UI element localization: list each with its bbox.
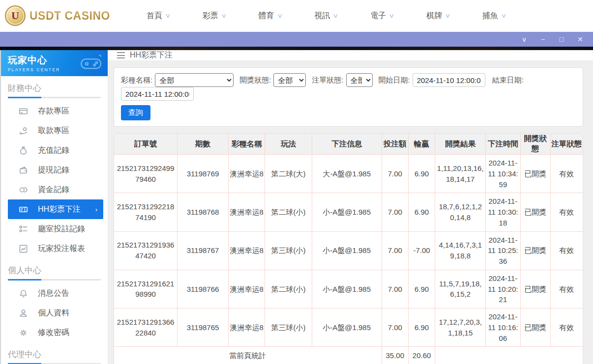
chevron-down-icon[interactable]: ∨ — [520, 36, 528, 43]
column-header: 投注額 — [382, 134, 408, 155]
sidebar: 玩家中心 PLAYERS CENTER 財務中心存款專區取款專區充值記錄提現記錄… — [0, 50, 108, 364]
table-cell: 小-A盤@1.985 — [312, 231, 382, 270]
bets-table-panel: 訂單號期數彩種名稱玩法下注信息投注額輸贏開獎結果下注時間開獎狀態注單狀態 215… — [114, 133, 583, 364]
start-date-input[interactable] — [413, 73, 485, 87]
summary-bet-total: 35.00 — [382, 347, 408, 364]
column-header: 玩法 — [265, 134, 312, 155]
lottery-name-select[interactable]: 全部 — [155, 73, 234, 87]
nav-item-4[interactable]: 視訊∨ — [314, 11, 338, 21]
table-cell: 有效 — [550, 155, 583, 193]
breadcrumb: HH彩票下注 — [108, 50, 593, 61]
funds-coins-icon — [19, 185, 28, 195]
table-cell: 7.00 — [382, 308, 408, 347]
table-cell: 有效 — [550, 308, 583, 347]
sidebar-item-label: 消息公告 — [38, 288, 69, 299]
background-strip — [0, 47, 593, 50]
sidebar-item-label: 取款專區 — [38, 126, 69, 136]
bets-table: 訂單號期數彩種名稱玩法下注信息投注額輸贏開獎結果下注時間開獎狀態注單狀態 215… — [114, 134, 583, 364]
column-header: 訂單號 — [114, 134, 178, 155]
table-cell: 2024-11-11 10:16:06 — [486, 308, 521, 347]
sidebar-item-gear[interactable]: 修改密碼 — [8, 323, 103, 342]
search-button[interactable]: 查詢 — [121, 105, 150, 120]
table-cell: 澳洲幸运8 — [229, 193, 265, 231]
bell-icon — [19, 289, 28, 298]
order-status-label: 注單狀態: — [312, 76, 343, 85]
gear-icon — [19, 328, 28, 337]
page-title: HH彩票下注 — [130, 50, 173, 60]
sidebar-item-hall-record-list[interactable]: 廳室投註記錄 — [8, 219, 103, 239]
column-header: 輸贏 — [408, 134, 435, 155]
filter-panel: 彩種名稱: 全部 開獎狀態: 全部 注單狀態: 全部 開始日期: 結束日期: 查… — [114, 67, 583, 127]
table-cell: 已開獎 — [520, 270, 550, 308]
table-cell: 澳洲幸运8 — [229, 270, 265, 308]
column-header: 下注信息 — [312, 134, 382, 155]
chevron-down-icon: ∨ — [165, 12, 171, 19]
table-cell: 2024-11-11 10:30:18 — [486, 193, 521, 231]
table-cell: 31198768 — [178, 193, 229, 231]
nav-item-3[interactable]: 體育∨ — [259, 11, 282, 21]
hall-record-list-icon — [19, 224, 28, 234]
table-row: 215217312924997946031198769澳洲幸运8第二球(大)大-… — [114, 155, 583, 193]
table-cell: 2024-11-11 10:25:36 — [486, 231, 521, 270]
table-row: 215217312919364742031198767澳洲幸运8第三球(小)小-… — [114, 231, 583, 270]
chevron-down-icon: ∨ — [221, 12, 227, 19]
table-cell: 2152173129162198990 — [114, 270, 178, 308]
sidebar-item-withdraw-hand[interactable]: 取款專區 — [8, 121, 103, 140]
sidebar-item-funds-coins[interactable]: 資金記錄 — [8, 180, 103, 199]
sidebar-item-recharge-moneybag[interactable]: 充值記錄 — [8, 140, 103, 160]
hamburger-menu-icon[interactable] — [117, 52, 125, 58]
report-chart-icon — [19, 244, 28, 253]
sidebar-item-withdraw-record-wallet[interactable]: 提現記錄 — [8, 160, 103, 180]
start-date-label: 開始日期: — [379, 76, 410, 85]
nav-item-6[interactable]: 棋牌∨ — [426, 11, 450, 21]
table-cell: 2024-11-11 10:34:59 — [486, 155, 521, 193]
column-header: 下注時間 — [486, 134, 521, 155]
nav-item-7[interactable]: 捕魚∨ — [482, 11, 506, 21]
table-cell: 小-A盤@1.985 — [312, 308, 382, 347]
nav-item-label: 彩票 — [203, 11, 218, 21]
table-cell: 2152173129221874190 — [114, 193, 178, 231]
minimize-icon[interactable]: − — [539, 36, 547, 43]
table-cell: 澳洲幸运8 — [229, 231, 265, 270]
sidebar-item-lottery-ticket[interactable]: HH彩票下注› — [8, 199, 103, 219]
table-cell: 大-A盤@1.985 — [312, 155, 382, 193]
table-cell: 已開獎 — [520, 308, 550, 347]
table-cell: 已開獎 — [520, 193, 550, 231]
table-cell: 31198765 — [178, 308, 229, 347]
sidebar-item-deposit-card[interactable]: 存款專區 — [8, 101, 103, 121]
sidebar-section-heading: 財務中心 — [8, 83, 101, 98]
table-cell: 澳洲幸运8 — [229, 308, 265, 347]
sidebar-item-user[interactable]: 個人資料 — [8, 303, 103, 323]
chevron-down-icon: ∨ — [445, 12, 450, 19]
table-cell: 7.00 — [382, 155, 408, 193]
draw-status-select[interactable]: 全部 — [273, 73, 306, 87]
table-cell: 澳洲幸运8 — [229, 155, 265, 193]
chevron-right-icon: › — [95, 206, 97, 213]
brand-name: USDT CASINO — [30, 9, 110, 23]
summary-winloss-total: 20.60 — [408, 347, 435, 364]
nav-item-label: 棋牌 — [426, 11, 442, 21]
brand-logo[interactable]: U USDT CASINO — [5, 5, 118, 26]
order-status-select[interactable]: 全部 — [346, 73, 373, 87]
chevron-down-icon: ∨ — [388, 12, 394, 19]
sidebar-item-report-chart[interactable]: 玩家投注報表 — [8, 239, 103, 258]
table-cell: 第三球(小) — [265, 231, 312, 270]
withdraw-hand-icon — [19, 126, 28, 136]
lottery-ticket-icon — [19, 205, 28, 214]
table-cell: 有效 — [550, 231, 583, 270]
gamepad-icon — [79, 53, 104, 72]
nav-item-5[interactable]: 電子∨ — [370, 11, 394, 21]
maximize-icon[interactable]: □ — [558, 36, 565, 43]
chevron-down-icon: ∨ — [333, 12, 339, 19]
table-cell: 7.00 — [382, 231, 408, 270]
nav-item-2[interactable]: 彩票∨ — [203, 11, 226, 21]
nav-item-1[interactable]: 首頁∨ — [147, 11, 170, 21]
summary-label: 當前頁統計 — [114, 347, 382, 364]
sidebar-item-bell[interactable]: 消息公告 — [8, 283, 103, 303]
end-date-input[interactable] — [121, 87, 194, 101]
table-cell: 6.90 — [408, 193, 435, 231]
sidebar-item-label: 個人資料 — [38, 308, 69, 318]
close-icon[interactable]: ✕ — [576, 36, 584, 43]
column-header: 彩種名稱 — [229, 134, 265, 155]
table-cell: 已開獎 — [520, 155, 550, 193]
